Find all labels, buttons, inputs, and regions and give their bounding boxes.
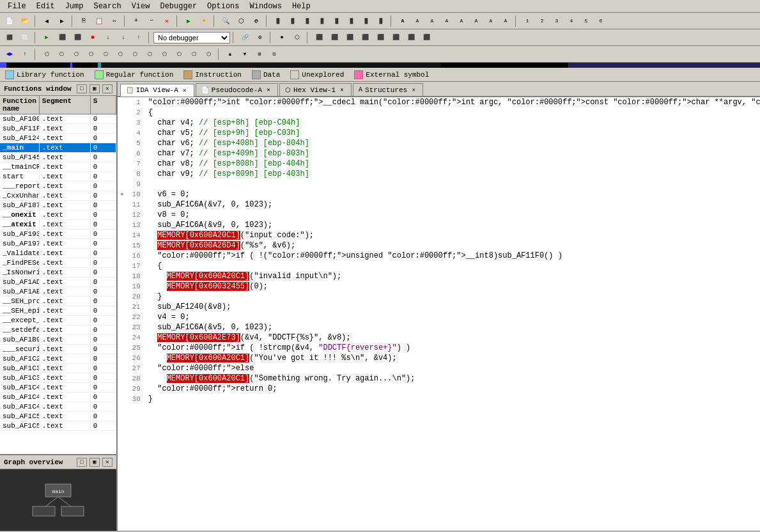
- tb-a7[interactable]: A: [484, 15, 498, 27]
- code-line[interactable]: 8 char v9; // [esp+809h] [ebp-403h]: [118, 169, 760, 179]
- code-line[interactable]: 2{: [118, 107, 760, 118]
- graph-close-btn[interactable]: ✕: [102, 458, 112, 467]
- tb2-3[interactable]: ▶: [40, 31, 54, 44]
- panel-close-btn[interactable]: ✕: [102, 84, 112, 93]
- tb-g3[interactable]: ▓: [300, 15, 314, 27]
- table-row[interactable]: sub_AF1C4C.text0: [0, 402, 116, 412]
- code-line[interactable]: 20 }: [118, 292, 760, 302]
- table-row[interactable]: sub_AF1240.text0: [0, 134, 116, 143]
- table-row[interactable]: sub_AF1C2E.text0: [0, 354, 116, 364]
- tb-cross[interactable]: ⊕: [249, 15, 263, 27]
- tb2-1[interactable]: ⬛: [3, 31, 17, 44]
- tb-g8[interactable]: ▓: [374, 15, 388, 27]
- tb-g5[interactable]: ▓: [330, 15, 344, 27]
- tb2-more3[interactable]: ⬛: [343, 31, 357, 44]
- tb-num4[interactable]: 4: [564, 15, 578, 27]
- tb3-15[interactable]: ▲: [223, 48, 237, 61]
- tb-circle[interactable]: ●: [197, 15, 211, 27]
- tb2-more1[interactable]: ⬛: [312, 31, 326, 44]
- table-row[interactable]: start.text0: [0, 172, 116, 182]
- tb2-2[interactable]: ⬜: [18, 31, 32, 44]
- tab-hex-view[interactable]: ⬡ Hex View-1 ✕: [279, 83, 352, 96]
- code-line[interactable]: 13 sub_AF1C6A(&v9, 0, 1023);: [118, 220, 760, 230]
- table-row[interactable]: ___report_gsfailure.text0: [0, 182, 116, 191]
- code-line[interactable]: 21 sub_AF1240(&v8);: [118, 302, 760, 312]
- code-line[interactable]: 12 v8 = 0;: [118, 210, 760, 220]
- menu-view[interactable]: View: [127, 1, 155, 12]
- tb2-more2[interactable]: ⬛: [327, 31, 341, 44]
- tb-back[interactable]: ◀: [40, 15, 54, 27]
- code-line[interactable]: 15 MEMORY[0x600A26D4]("%s", &v6);: [118, 240, 760, 251]
- code-line[interactable]: 3 char v4; // [esp+8h] [ebp-C04h]: [118, 118, 760, 128]
- code-line[interactable]: ●10 v6 = 0;: [118, 189, 760, 199]
- table-row[interactable]: sub_AF1C58.text0: [0, 421, 116, 431]
- table-row[interactable]: __onexit.text0: [0, 210, 116, 220]
- code-line[interactable]: 17 {: [118, 261, 760, 271]
- tab-pseudocode[interactable]: 📄 Pseudocode-A ✕: [196, 83, 278, 96]
- tb-forward[interactable]: ▶: [55, 15, 69, 27]
- tb2-7[interactable]: ↓: [116, 31, 130, 44]
- table-row[interactable]: sub_AF1C40.text0: [0, 383, 116, 393]
- tb3-17[interactable]: ⊞: [252, 48, 267, 61]
- tab-ida-view[interactable]: 📋 IDA View-A ✕: [120, 84, 194, 97]
- table-row[interactable]: sub_AF1ADE.text0: [0, 278, 116, 287]
- tb3-1[interactable]: ◀▶: [3, 48, 17, 61]
- tab-structures[interactable]: A Structures ✕: [353, 83, 423, 96]
- table-row[interactable]: sub_AF1C52.text0: [0, 412, 116, 421]
- table-row[interactable]: sub_AF1000.text0: [0, 114, 116, 124]
- tb-g7[interactable]: ▓: [359, 15, 373, 27]
- menu-jump[interactable]: Jump: [60, 1, 89, 12]
- tb3-7[interactable]: ⬡: [98, 48, 112, 61]
- tb-g2[interactable]: ▓: [286, 15, 300, 27]
- tab-struct-close[interactable]: ✕: [410, 86, 417, 94]
- code-line[interactable]: 11 sub_AF1C6A(&v7, 0, 1023);: [118, 199, 760, 210]
- tb2-detach[interactable]: ⚙: [253, 31, 267, 44]
- table-row[interactable]: _CxxUnhandledExceptionFilter(_EXCEPTI...…: [0, 191, 116, 201]
- tb2-5[interactable]: ⬛: [70, 31, 84, 44]
- table-row[interactable]: sub_AF145E.text0: [0, 153, 116, 162]
- panel-restore-btn[interactable]: □: [77, 84, 87, 93]
- tb2-more8[interactable]: ⬛: [419, 31, 433, 44]
- tb-minus[interactable]: −: [144, 15, 159, 27]
- tb3-8[interactable]: ⬡: [113, 48, 127, 61]
- menu-debugger[interactable]: Debugger: [155, 1, 202, 12]
- graph-restore-btn[interactable]: □: [77, 458, 87, 467]
- table-row[interactable]: __atexit.text0: [0, 220, 116, 230]
- tb-new[interactable]: 📄: [3, 15, 17, 27]
- tb-add[interactable]: +: [129, 15, 143, 27]
- menu-options[interactable]: Options: [202, 1, 244, 12]
- code-line[interactable]: 26 MEMORY[0x600A20C1]("You've got it !!!…: [118, 353, 760, 363]
- code-line[interactable]: 27 "color:#0000ff;">else: [118, 363, 760, 373]
- tb-g6[interactable]: ▓: [345, 15, 359, 27]
- code-line[interactable]: 30}: [118, 394, 760, 404]
- table-row[interactable]: __SEH_prolog4.text0: [0, 297, 116, 306]
- code-line[interactable]: 5 char v6; // [esp+408h] [ebp-804h]: [118, 138, 760, 148]
- tb-paste[interactable]: 📋: [92, 15, 106, 27]
- code-line[interactable]: 24 MEMORY[0x600A2E73](&v4, "DDCTF{%s}", …: [118, 332, 760, 343]
- table-row[interactable]: sub_AF1870.text0: [0, 201, 116, 210]
- tb3-3[interactable]: ⬡: [40, 48, 54, 61]
- code-line[interactable]: 25 "color:#0000ff;">if ( !strcmp(&v4, "D…: [118, 343, 760, 353]
- tb-a4[interactable]: A: [440, 15, 454, 27]
- table-row[interactable]: _IsNonwritableInCurrentImage.text0: [0, 268, 116, 278]
- code-line[interactable]: 4 char v5; // [esp+9h] [ebp-C03h]: [118, 128, 760, 138]
- table-row[interactable]: _FindPESection.text0: [0, 258, 116, 268]
- tb2-watch[interactable]: ⬡: [290, 31, 304, 44]
- code-line[interactable]: 19 MEMORY[0x60032455](0);: [118, 281, 760, 292]
- tb2-stop-red[interactable]: ■: [86, 31, 100, 44]
- tb3-18[interactable]: ⊟: [267, 48, 281, 61]
- panel-maximize-btn[interactable]: ▣: [89, 84, 100, 93]
- tb-cut[interactable]: ✂: [107, 15, 121, 27]
- tb2-4[interactable]: ⬛: [55, 31, 69, 44]
- table-row[interactable]: sub_AF1C46.text0: [0, 393, 116, 402]
- tb-num5[interactable]: 5: [579, 15, 593, 27]
- table-row[interactable]: sub_AF11F0.text0: [0, 124, 116, 134]
- table-row[interactable]: _main.text0: [0, 143, 116, 153]
- tb2-attach[interactable]: 🔗: [238, 31, 252, 44]
- tb3-13[interactable]: ⬡: [187, 48, 201, 61]
- tb-a2[interactable]: A: [410, 15, 424, 27]
- table-row[interactable]: _ValidateImageBase.text0: [0, 249, 116, 258]
- tb-hex[interactable]: ⬡: [234, 15, 248, 27]
- code-line[interactable]: 14 MEMORY[0x600A20C1]("input code:");: [118, 230, 760, 240]
- table-row[interactable]: __except_handler4.text0: [0, 316, 116, 325]
